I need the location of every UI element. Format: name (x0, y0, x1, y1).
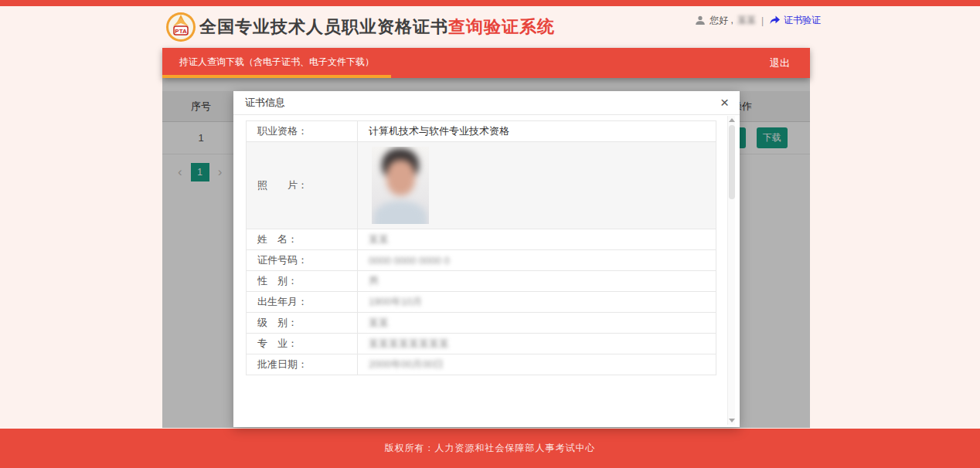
certificate-verify-link[interactable]: 证书验证 (769, 14, 821, 27)
verify-link-label: 证书验证 (784, 14, 821, 27)
user-area: 您好 , 某某 | 证书验证 (695, 14, 821, 27)
greeting-text: 您好 , (709, 14, 733, 27)
username: 某某 (737, 14, 756, 27)
close-icon[interactable]: × (717, 91, 732, 114)
divider: | (761, 15, 764, 26)
app-header: PTA 全国专业技术人员职业资格证书查询验证系统 您好 , 某某 | 证书验证 (162, 6, 818, 48)
page-footer: 版权所有：人力资源和社会保障部人事考试中心 (0, 429, 980, 468)
row-label: 照 片： (247, 142, 358, 229)
modal-title: 证书信息 (245, 97, 285, 108)
nav-bar: 持证人查询下载（含电子证书、电子文件下载） 退出 (162, 48, 810, 78)
share-arrow-icon (769, 15, 781, 27)
modal-scrollbar[interactable] (727, 116, 735, 425)
scroll-thumb[interactable] (729, 125, 735, 199)
logo-text: PTA (175, 28, 187, 35)
row-name: 姓 名： 某某 (247, 229, 716, 250)
scroll-up-icon[interactable] (729, 118, 735, 122)
row-label: 姓 名： (247, 229, 358, 250)
row-value: 1900年10月 (369, 296, 422, 307)
row-photo: 照 片： (247, 142, 716, 229)
row-major: 专 业： 某某某某某某某某 (247, 334, 716, 354)
page-title-main: 全国专业技术人员职业资格证书 (199, 17, 448, 36)
page-title-highlight: 查询验证系统 (448, 17, 555, 36)
row-label: 专 业： (247, 334, 358, 354)
scroll-down-icon[interactable] (729, 419, 735, 422)
row-value: 计算机技术与软件专业技术资格 (358, 121, 716, 142)
row-level: 级 别： 某某 (247, 313, 716, 334)
row-qualification: 职业资格： 计算机技术与软件专业技术资格 (247, 121, 716, 142)
top-accent-bar (0, 0, 980, 6)
portrait-photo (372, 147, 429, 224)
logout-button[interactable]: 退出 (750, 48, 810, 78)
row-gender: 性 别： 男 (247, 271, 716, 292)
modal-header: 证书信息 × (233, 91, 740, 115)
page-title: 全国专业技术人员职业资格证书查询验证系统 (199, 15, 555, 39)
row-value: 某某 (369, 317, 389, 328)
row-value (358, 142, 716, 229)
row-birth-date: 出生年月： 1900年10月 (247, 292, 716, 313)
row-id-number: 证件号码： 0000 0000 0000 0 (247, 250, 716, 271)
row-label: 性 别： (247, 271, 358, 292)
row-approval-date: 批准日期： 2000年00月00日 (247, 354, 716, 375)
modal-body: 职业资格： 计算机技术与软件专业技术资格 照 片： 姓 名： (246, 116, 716, 425)
copyright-text: 版权所有：人力资源和社会保障部人事考试中心 (385, 442, 596, 455)
user-icon (695, 15, 706, 25)
row-value: 0000 0000 0000 0 (369, 255, 450, 266)
row-value: 某某 (369, 233, 389, 245)
cert-info-modal: 证书信息 × 职业资格： 计算机技术与软件专业技术资格 照 片： (233, 91, 740, 427)
brand: PTA 全国专业技术人员职业资格证书查询验证系统 (165, 12, 555, 42)
row-label: 证件号码： (247, 250, 358, 271)
certificate-info-table: 职业资格： 计算机技术与软件专业技术资格 照 片： 姓 名： (246, 120, 716, 375)
row-value: 男 (369, 275, 379, 287)
pta-logo: PTA (165, 12, 196, 42)
row-label: 出生年月： (247, 292, 358, 313)
row-value: 某某某某某某某某 (369, 337, 449, 349)
row-label: 级 别： (247, 313, 358, 334)
row-label: 职业资格： (247, 121, 358, 142)
row-label: 批准日期： (247, 354, 358, 375)
tab-holder-query-download[interactable]: 持证人查询下载（含电子证书、电子文件下载） (162, 48, 391, 78)
row-value: 2000年00月00日 (369, 358, 444, 370)
